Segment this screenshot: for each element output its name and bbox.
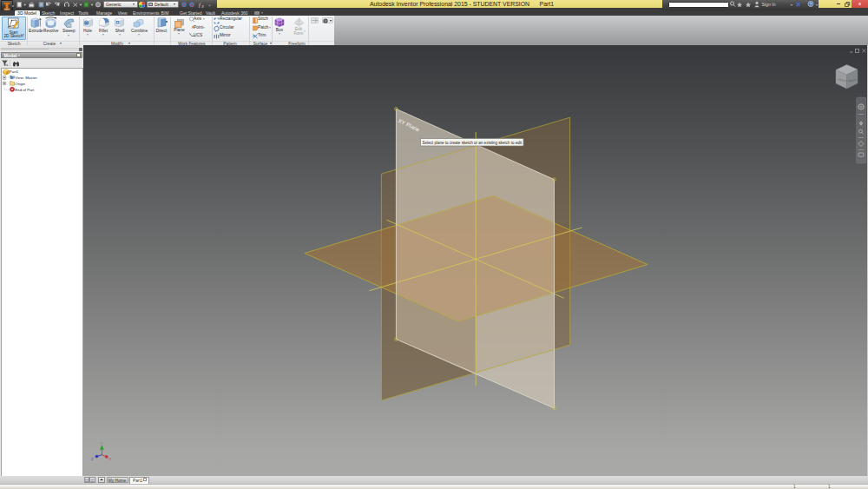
svg-text:?: ? [809,2,812,7]
svg-text:x: x [201,4,205,9]
svg-text:X: X [109,457,112,461]
svg-text:Sign In: Sign In [762,2,776,7]
svg-text:Select plane to create sketch: Select plane to create sketch or an exis… [423,141,523,145]
svg-text:Y: Y [101,441,103,446]
